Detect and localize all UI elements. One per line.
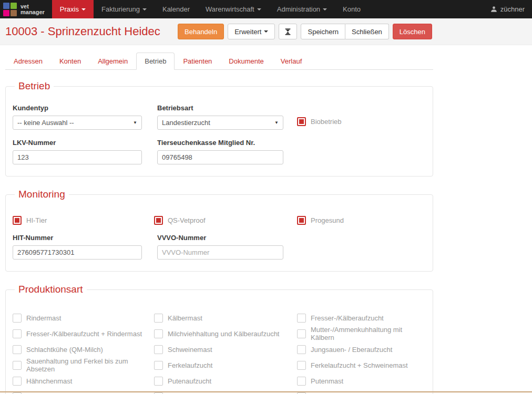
username-label: züchner xyxy=(500,5,525,13)
produktionsart-option: Ferkelaufzucht xyxy=(154,361,297,370)
kundentyp-select[interactable]: -- keine Auswahl -- ▼ xyxy=(13,116,142,130)
vvvo-nummer-input[interactable] xyxy=(157,245,283,260)
produktionsart-checkbox[interactable] xyxy=(154,361,163,370)
monitoring-option: Progesund xyxy=(297,216,344,225)
tierseuchenkasse-input[interactable] xyxy=(157,150,283,164)
behandeln-button[interactable]: Behandeln xyxy=(178,24,224,39)
produktionsart-checkbox-label: Putenmast xyxy=(311,377,343,385)
navbar-item-label: Fakturierung xyxy=(101,5,140,13)
produktionsart-checkbox[interactable] xyxy=(154,345,163,354)
qs-vetproof-checkbox[interactable] xyxy=(154,216,163,225)
brand-text: vet manager xyxy=(21,4,45,15)
navbar-item-kalender[interactable]: Kalender xyxy=(155,0,198,18)
vetmanager-logo-icon xyxy=(3,3,17,16)
produktionsart-checkbox[interactable] xyxy=(13,345,22,354)
schliessen-button[interactable]: Schließen xyxy=(345,24,389,39)
chevron-down-icon: ▼ xyxy=(133,120,137,125)
produktionsart-option: Hähnchenmast xyxy=(13,377,154,386)
produktionsart-option: Mutter-/Ammenkuhhaltung mit Kälbern xyxy=(297,326,426,341)
navbar-item-label: Administration xyxy=(277,5,320,13)
navbar-item-label: Konto xyxy=(343,5,361,13)
produktionsart-checkbox[interactable] xyxy=(13,361,22,370)
tab-konten[interactable]: Konten xyxy=(51,53,89,70)
produktionsart-checkbox-label: Putenaufzucht xyxy=(168,377,211,385)
produktionsart-option: Putenmast xyxy=(297,377,426,386)
chevron-down-icon xyxy=(264,30,268,33)
produktionsart-checkbox[interactable] xyxy=(154,329,163,338)
speichern-button[interactable]: Speichern xyxy=(301,24,345,39)
vetmanager-logo[interactable]: vet manager xyxy=(0,0,52,18)
hi-tier-checkbox[interactable] xyxy=(13,216,22,225)
produktionsart-option: Putenaufzucht xyxy=(154,377,297,386)
produktionsart-checkbox[interactable] xyxy=(297,392,306,394)
monitoring-option: QS-Vetproof xyxy=(154,216,297,225)
user-menu[interactable]: züchner xyxy=(483,0,532,18)
produktionsart-checkbox-label: Kälbermast xyxy=(168,314,202,322)
produktionsart-checkbox-label: Schweinemast xyxy=(168,346,212,354)
produktionsart-checkbox[interactable] xyxy=(297,345,306,354)
tab-allgemein[interactable]: Allgemein xyxy=(89,53,136,70)
produktionsart-checkbox-label: Milchviehhaltung und Kälberaufzucht xyxy=(168,330,279,338)
produktionsart-checkbox[interactable] xyxy=(297,361,306,370)
produktionsart-checkbox[interactable] xyxy=(13,392,22,394)
produktionsart-checkbox[interactable] xyxy=(13,377,22,386)
page-bottom-divider xyxy=(0,391,532,392)
betriebsart-select[interactable]: Landestierzucht ▼ xyxy=(157,116,283,130)
hit-nummer-input[interactable] xyxy=(13,245,142,260)
vvvo-nummer-label: VVVO-Nummer xyxy=(157,234,297,242)
tab-patienten[interactable]: Patienten xyxy=(175,53,220,70)
navbar-item-konto[interactable]: Konto xyxy=(335,0,369,18)
produktionsart-checkbox[interactable] xyxy=(154,314,163,323)
monitoring-section-title: Monitoring xyxy=(15,189,69,200)
navbar-item-label: Warenwirtschaft xyxy=(206,5,254,13)
hourglass-button[interactable] xyxy=(279,24,297,39)
navbar-item-administration[interactable]: Administration xyxy=(269,0,335,18)
chevron-down-icon xyxy=(257,8,261,11)
navbar-item-label: Praxis xyxy=(60,5,79,13)
monitoring-section: Monitoring HI-Tier QS-Vetproof Progesund xyxy=(5,189,433,272)
betriebsart-selected-value: Landestierzucht xyxy=(162,119,210,127)
produktionsart-checkbox-label: Mutter-/Ammenkuhhaltung mit Kälbern xyxy=(311,326,426,341)
produktionsart-checkbox-label: Jungsauen- / Eberaufzucht xyxy=(311,346,392,354)
tab-betrieb[interactable]: Betrieb xyxy=(136,53,175,70)
hit-nummer-label: HIT-Nummer xyxy=(13,234,157,242)
biobetrieb-checkbox[interactable] xyxy=(297,117,306,126)
monitoring-option: HI-Tier xyxy=(13,216,154,225)
top-navbar: vet manager Praxis Fakturierung Kalender… xyxy=(0,0,532,18)
tab-dokumente[interactable]: Dokumente xyxy=(220,53,272,70)
tab-verlauf[interactable]: Verlauf xyxy=(272,53,310,70)
header-buttons: Behandeln Erweitert Speichern Schließen … xyxy=(174,24,432,39)
erweitert-button[interactable]: Erweitert xyxy=(228,24,275,39)
produktionsart-checkbox[interactable] xyxy=(297,314,306,323)
produktionsart-option: Pekingentenaufzucht xyxy=(154,392,297,394)
chevron-down-icon xyxy=(323,8,327,11)
page-title[interactable]: 10003 - Sprinzenzucht Heidec xyxy=(5,25,160,38)
produktionsart-option: Milchviehhaltung und Kälberaufzucht xyxy=(154,329,297,338)
lkv-nummer-label: LKV-Nummer xyxy=(13,139,157,147)
produktionsart-checkbox[interactable] xyxy=(297,377,306,386)
produktionsart-checkbox[interactable] xyxy=(154,377,163,386)
produktionsart-checkbox[interactable] xyxy=(13,314,22,323)
produktionsart-section-title: Produktionsart xyxy=(15,284,87,295)
betrieb-section: Betrieb Kundentyp -- keine Auswahl -- ▼ … xyxy=(5,80,433,177)
erweitert-label: Erweitert xyxy=(234,28,261,36)
produktionsart-checkbox-label: Ferkelaufzucht xyxy=(168,361,212,369)
betrieb-section-title: Betrieb xyxy=(15,80,54,92)
navbar-item-fakturierung[interactable]: Fakturierung xyxy=(94,0,155,18)
navbar-item-praxis[interactable]: Praxis xyxy=(52,0,94,18)
produktionsart-checkbox[interactable] xyxy=(154,392,163,394)
produktionsart-checkbox[interactable] xyxy=(13,329,22,338)
loeschen-button[interactable]: Löschen xyxy=(393,24,432,39)
produktionsart-checkbox-label: Sauenhaltung und Ferkel bis zum Absetzen xyxy=(26,357,154,373)
lkv-nummer-input[interactable] xyxy=(13,150,142,164)
produktionsart-checkbox-label: Ferkelaufzucht + Schweinemast xyxy=(311,361,408,369)
produktionsart-checkbox[interactable] xyxy=(297,329,306,338)
tab-adressen[interactable]: Adressen xyxy=(5,53,51,70)
produktionsart-checkbox-label: Fresser-/Kälberaufzucht + Rindermast xyxy=(26,330,142,338)
produktionsart-checkbox-label: Schlachtkühe (QM-Milch) xyxy=(26,346,103,354)
navbar-item-warenwirtschaft[interactable]: Warenwirtschaft xyxy=(198,0,269,18)
progesund-checkbox[interactable] xyxy=(297,216,306,225)
produktionsart-checkbox-label: Fresser-/Kälberaufzucht xyxy=(311,314,384,322)
produktionsart-option: Rindermast xyxy=(13,314,154,323)
produktionsart-checkbox-label: Hähnchenmast xyxy=(26,377,72,385)
